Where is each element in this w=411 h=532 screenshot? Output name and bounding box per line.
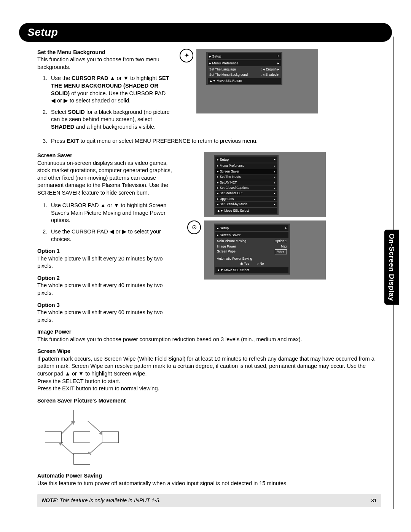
set-menu-bg-heading: Set the Menu Background (37, 49, 170, 56)
ss-step2: Use the CURSOR PAD ◀ or ▶ to select your… (49, 228, 178, 243)
opt2-t: The whole picture will shift every 40 mi… (37, 282, 178, 297)
opt3-h: Option 3 (37, 302, 178, 309)
auto-power-t: Use this feature to turn power off autom… (37, 480, 381, 487)
cursor-pad-icon: ⊙ (187, 220, 201, 234)
movement-h: Screen Saver Picture's Movement (37, 397, 381, 405)
note-bar: NOTE: This feature is only available in … (37, 494, 381, 507)
cursor-pad-icon: ✦ (180, 49, 193, 62)
smb-step3: Press EXIT to quit menu or select MENU P… (49, 137, 381, 145)
screen-saver-heading: Screen Saver (37, 152, 178, 160)
page-title: Setup (27, 26, 58, 38)
auto-power-h: Automatic Power Saving (37, 472, 381, 480)
opt3-t: The whole picture will shift every 60 mi… (37, 309, 178, 324)
osd-screenshot-3: ▸ Setup▸ ▸ Screen Saver Main Picture Mov… (204, 220, 326, 280)
opt1-t: The whole picture will shift every 20 mi… (37, 255, 178, 270)
image-power-h: Image Power (37, 328, 381, 336)
page-number: 81 (371, 497, 377, 504)
smb-step2: Select SOLID for a black background (no … (49, 109, 170, 131)
screen-saver-intro: Continuous on-screen displays such as vi… (37, 160, 178, 197)
side-tab: On-Screen Display (384, 230, 399, 305)
smb-step1: Use the CURSOR PAD ▲ or ▼ to highlight S… (49, 75, 170, 104)
set-menu-bg-intro: This function allows you to choose from … (37, 56, 170, 71)
movement-diagram (37, 407, 121, 468)
page-header: Setup (19, 23, 392, 42)
screen-wipe-t: If pattern mark occurs, use Screen Wipe … (37, 355, 381, 378)
image-power-t: This function allows you to choose power… (37, 336, 381, 343)
osd-screenshot-2: ▸ Setup▸ ▸ Menu Preference▸ ▸ Screen Sav… (204, 152, 326, 217)
opt2-h: Option 2 (37, 275, 178, 282)
screen-wipe-t2: Press the SELECT button to start. (37, 378, 381, 385)
svg-line-3 (58, 441, 75, 456)
screen-wipe-t3: Press the EXIT button to return to norma… (37, 385, 381, 393)
screen-wipe-h: Screen Wipe (37, 348, 381, 355)
opt1-h: Option 1 (37, 248, 178, 255)
osd-screenshot-1: ▸ Setup▸ ▸ Menu Preference▸ Set The Lang… (196, 49, 318, 113)
ss-step1: Use CURSOR PAD ▲ or ▼ to highlight Scree… (49, 202, 178, 224)
